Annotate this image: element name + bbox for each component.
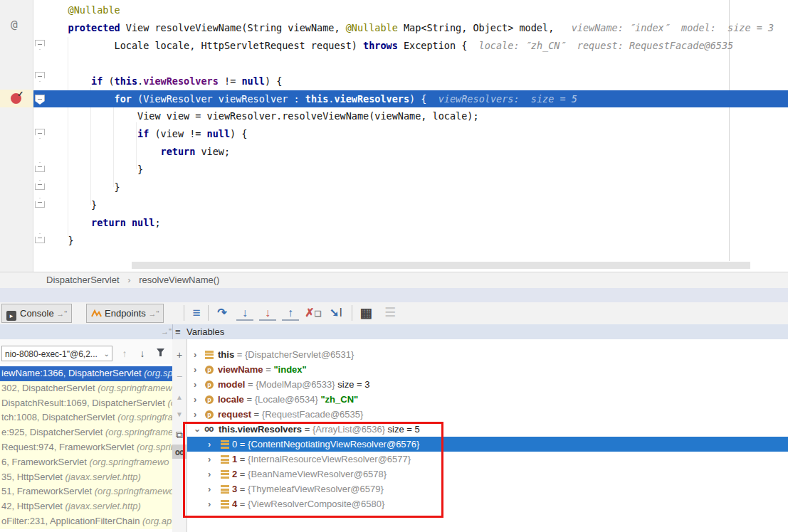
breadcrumb-method[interactable]: resolveViewName()	[139, 275, 219, 285]
toolbar-separator	[184, 305, 184, 321]
variable-row[interactable]: › p locale = {Locale@6534} "zh_CN"	[187, 392, 788, 407]
expand-chevron-icon[interactable]: ›	[208, 467, 211, 482]
expand-chevron-icon[interactable]: ›	[194, 347, 196, 362]
debug-panel-top-band	[0, 288, 788, 302]
thread-selector-row: nio-8080-exec-1"@6,2... ⌄ ↑ ↓	[0, 339, 172, 364]
scroll-down-button[interactable]: ▼	[172, 408, 187, 422]
fold-marker[interactable]	[35, 40, 45, 50]
variables-panel-title: Variables	[187, 324, 224, 339]
code-line: @Nullable	[45, 1, 788, 19]
toolbar-separator	[208, 305, 209, 321]
code-line: }	[45, 179, 788, 196]
drop-frame-button[interactable]: ✗❏	[305, 304, 322, 321]
variable-row[interactable]: › p request = {RequestFacade@6535}	[187, 407, 788, 422]
layout-settings-button[interactable]: ☰	[382, 304, 399, 321]
stack-frame[interactable]: DispatchResult:1069, DispatcherServlet (…	[0, 396, 172, 411]
expand-chevron-icon[interactable]: ›	[208, 452, 211, 467]
scroll-up-button[interactable]: ▲	[172, 390, 187, 405]
variable-row[interactable]: › p viewName = "index"	[187, 362, 788, 377]
variable-text: 3 = {ThymeleafViewResolver@6579}	[232, 482, 384, 496]
parameter-icon: p	[205, 381, 214, 389]
variable-text: 1 = {InternalResourceViewResolver@6577}	[232, 452, 411, 467]
fold-marker[interactable]	[35, 233, 45, 243]
editor-gutter[interactable]: @	[0, 0, 33, 272]
code-line: return view;	[45, 143, 788, 161]
watch-row-viewresolvers[interactable]: ⌄ oo this.viewResolvers = {ArrayList@653…	[187, 422, 788, 437]
code-line: protected View resolveViewName(String vi…	[45, 19, 788, 37]
stack-frame[interactable]: tch:1008, DispatcherServlet (org.springf…	[0, 410, 172, 425]
array-element-row[interactable]: › 1 = {InternalResourceViewResolver@6577…	[187, 452, 788, 467]
duplicate-watch-button[interactable]: ⧉	[172, 427, 187, 442]
object-icon	[221, 470, 229, 479]
breadcrumb-class[interactable]: DispatcherServlet	[46, 275, 120, 285]
expand-chevron-icon[interactable]: ›	[208, 437, 211, 452]
remove-watch-button[interactable]: −	[172, 369, 187, 383]
run-to-cursor-arrow-icon: ➘	[330, 307, 339, 319]
add-watch-button[interactable]: +	[172, 348, 187, 362]
code-line: if (this.viewResolvers != null) {	[45, 73, 788, 90]
force-step-into-button[interactable]: ↓	[259, 306, 276, 321]
frames-panel-pin-icon[interactable]: →"	[161, 324, 172, 339]
thread-dropdown-arrow-icon: ⌄	[104, 346, 110, 361]
code-line: Locale locale, HttpServletRequest reques…	[45, 37, 788, 55]
thread-dropdown[interactable]: nio-8080-exec-1"@6,2... ⌄	[1, 346, 112, 361]
filter-frames-button[interactable]	[153, 346, 167, 361]
tab-endpoints[interactable]: Endpoints →"	[86, 304, 164, 323]
fold-marker[interactable]	[35, 180, 45, 190]
expand-chevron-icon[interactable]: ›	[194, 362, 196, 377]
stack-frame-selected[interactable]: iewName:1366, DispatcherServlet (org.sp	[0, 366, 172, 381]
variable-text: this.viewResolvers = {ArrayList@6536} si…	[219, 422, 420, 437]
frames-panel: nio-8080-exec-1"@6,2... ⌄ ↑ ↓ iewName:13…	[0, 339, 172, 532]
array-element-row[interactable]: › 2 = {BeanNameViewResolver@6578}	[187, 467, 788, 482]
tab-console[interactable]: ▸Console →"	[1, 304, 72, 323]
glasses-icon: oo	[175, 447, 184, 457]
run-to-cursor-button[interactable]: ➘I	[327, 304, 345, 321]
expand-chevron-icon[interactable]: ›	[208, 482, 211, 496]
stack-frame[interactable]: 42, HttpServlet (javax.servlet.http)	[0, 499, 172, 514]
stack-frame[interactable]: 302, DispatcherServlet (org.springframew	[0, 381, 172, 396]
object-icon	[221, 485, 229, 494]
fold-marker[interactable]	[35, 129, 45, 139]
previous-frame-button[interactable]: ↑	[117, 346, 132, 361]
fold-marker[interactable]	[35, 162, 45, 172]
step-out-button[interactable]: ↑	[282, 306, 299, 321]
expand-chevron-icon[interactable]: ›	[194, 407, 196, 422]
horizontal-scrollbar[interactable]	[132, 262, 750, 269]
expand-chevron-icon[interactable]: ›	[208, 496, 211, 511]
stack-frame[interactable]: 51, FrameworkServlet (org.springframewo	[0, 484, 172, 499]
stack-frame[interactable]: Request:974, FrameworkServlet (org.sprin	[0, 440, 172, 455]
step-into-button[interactable]: ↓	[236, 306, 253, 321]
threads-view-icon[interactable]: ≡	[188, 304, 205, 321]
collapse-chevron-icon[interactable]: ⌄	[194, 422, 201, 437]
variable-text: 4 = {ViewResolverComposite@6580}	[232, 496, 384, 511]
stack-frame[interactable]: 6, FrameworkServlet (org.springframewo	[0, 455, 172, 470]
array-element-row-selected[interactable]: › 0 = {ContentNegotiatingViewResolver@65…	[187, 437, 788, 452]
drop-frame-box-icon: ❏	[315, 309, 322, 318]
breadcrumb: DispatcherServlet › resolveViewName()	[0, 272, 788, 289]
next-frame-button[interactable]: ↓	[135, 346, 149, 361]
show-watches-toggle[interactable]: oo	[172, 445, 187, 459]
stack-frame[interactable]: oFilter:231, ApplicationFilterChain (org…	[0, 514, 172, 529]
variable-text: request = {RequestFacade@6535}	[218, 407, 363, 422]
variable-text: this = {DispatcherServlet@6531}	[218, 347, 354, 362]
variable-text: viewName = "index"	[218, 362, 307, 377]
funnel-icon	[156, 348, 165, 357]
code-line: if (view != null) {	[45, 125, 788, 143]
fold-marker[interactable]	[35, 72, 45, 82]
fold-marker[interactable]	[35, 198, 45, 208]
code-editor[interactable]: @ ✓ @Nullable protected View resolveView…	[0, 0, 788, 272]
expand-chevron-icon[interactable]: ›	[194, 377, 196, 392]
expand-chevron-icon[interactable]: ›	[194, 392, 196, 407]
variable-row[interactable]: › p model = {ModelMap@6533} size = 3	[187, 377, 788, 392]
stack-frame[interactable]: e:925, DispatcherServlet (org.springfram…	[0, 425, 172, 440]
stack-frame[interactable]: 35, HttpServlet (javax.servlet.http)	[0, 470, 172, 485]
evaluate-expression-button[interactable]: ▦	[357, 304, 374, 321]
variable-row[interactable]: › this = {DispatcherServlet@6531}	[187, 347, 788, 362]
tab-endpoints-label: Endpoints	[105, 308, 146, 319]
array-element-row[interactable]: › 3 = {ThymeleafViewResolver@6579}	[187, 482, 788, 496]
console-icon: ▸	[6, 311, 16, 321]
panel-header-divider	[172, 324, 173, 339]
array-element-row[interactable]: › 4 = {ViewResolverComposite@6580}	[187, 496, 788, 511]
debug-toolbar: ▸Console →" Endpoints →" ≡ ↷ ↓ ↓ ↑ ✗❏ ➘I…	[0, 302, 788, 325]
step-over-button[interactable]: ↷	[214, 304, 231, 321]
